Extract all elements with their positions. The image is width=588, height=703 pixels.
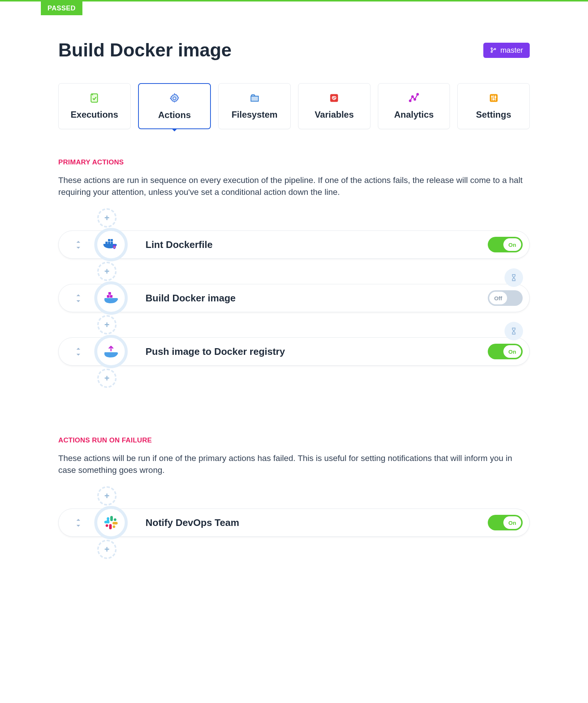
svg-point-33 (107, 517, 110, 520)
svg-rect-27 (112, 522, 118, 524)
svg-rect-19 (108, 242, 110, 244)
toggle-switch[interactable]: On (488, 344, 523, 359)
add-action-button[interactable]: + (97, 486, 117, 506)
add-action-button[interactable]: + (97, 540, 117, 559)
toggle-label: On (503, 345, 521, 358)
svg-point-16 (493, 98, 494, 100)
primary-section-desc: These actions are run in sequence on eve… (58, 174, 530, 198)
svg-point-7 (409, 100, 411, 102)
settings-icon (461, 92, 526, 104)
svg-rect-22 (111, 239, 113, 241)
add-action-button[interactable]: + (97, 262, 117, 281)
add-action-button[interactable]: + (97, 369, 117, 388)
wait-icon (504, 268, 523, 287)
plus-icon: + (104, 491, 110, 501)
docker-push-icon (94, 335, 128, 368)
svg-rect-26 (110, 516, 113, 521)
svg-point-15 (491, 96, 493, 98)
svg-point-2 (494, 48, 496, 50)
toggle-label: On (503, 516, 521, 529)
svg-point-10 (417, 94, 419, 95)
wait-icon (504, 322, 523, 340)
svg-point-30 (114, 519, 117, 521)
action-row[interactable]: Notify DevOps Team On (58, 509, 530, 537)
branch-button[interactable]: master (483, 43, 530, 58)
tab-executions[interactable]: Executions (58, 83, 131, 129)
branch-label: master (500, 46, 523, 55)
toggle-label: Off (489, 292, 507, 304)
plus-icon: + (104, 320, 110, 330)
primary-actions-list: + (58, 208, 530, 388)
tab-filesystem[interactable]: Filesystem (218, 83, 291, 129)
branch-icon (490, 47, 497, 53)
svg-rect-28 (109, 524, 112, 529)
tab-variables[interactable]: $ Variables (298, 83, 370, 129)
action-row[interactable]: Build Docker image Off (58, 284, 530, 312)
tab-settings[interactable]: Settings (457, 83, 530, 129)
executions-icon (62, 92, 127, 104)
page-title: Build Docker image (58, 39, 232, 61)
svg-point-8 (412, 96, 414, 98)
svg-rect-24 (110, 295, 112, 298)
svg-rect-25 (108, 292, 111, 295)
toggle-switch[interactable]: On (488, 237, 523, 252)
add-action-button[interactable]: + (97, 315, 117, 334)
svg-rect-18 (105, 242, 108, 244)
plus-icon: + (104, 373, 110, 383)
svg-point-17 (494, 96, 496, 98)
status-top-bar (0, 0, 588, 1)
action-row[interactable]: Push image to Docker registry On (58, 337, 530, 366)
drag-handle[interactable] (74, 294, 83, 302)
svg-point-4 (173, 97, 176, 100)
svg-point-1 (491, 51, 493, 53)
action-name: Notify DevOps Team (146, 517, 488, 529)
slack-icon (94, 506, 128, 539)
docker-build-icon (94, 281, 128, 315)
tabs: Executions Actions Filesystem (58, 83, 530, 129)
status-badge: PASSED (41, 1, 82, 15)
svg-text:$: $ (333, 95, 336, 101)
drag-handle[interactable] (74, 241, 83, 249)
svg-rect-3 (91, 94, 98, 102)
failure-section-desc: These actions will be run if one of the … (58, 452, 530, 476)
tab-label: Variables (302, 109, 366, 120)
action-row[interactable]: Lint Dockerfile On (58, 230, 530, 259)
svg-point-32 (106, 524, 108, 527)
plus-icon: + (104, 213, 110, 223)
svg-point-31 (113, 526, 115, 528)
variables-icon: $ (302, 92, 366, 104)
actions-icon (143, 93, 207, 104)
tab-label: Analytics (382, 109, 446, 120)
docker-lint-icon (94, 228, 128, 261)
svg-point-0 (491, 48, 493, 49)
failure-section-title: ACTIONS RUN ON FAILURE (58, 436, 530, 444)
toggle-switch[interactable]: On (488, 515, 523, 530)
tab-label: Actions (143, 110, 207, 120)
tab-label: Settings (461, 109, 526, 120)
tab-analytics[interactable]: Analytics (378, 83, 450, 129)
toggle-label: On (503, 238, 521, 251)
plus-icon: + (104, 544, 110, 555)
failure-actions-list: + (58, 486, 530, 559)
toggle-switch[interactable]: Off (488, 290, 523, 306)
drag-handle[interactable] (74, 519, 83, 527)
tab-actions[interactable]: Actions (138, 83, 211, 129)
svg-point-9 (414, 99, 416, 101)
plus-icon: + (104, 266, 110, 277)
primary-section-title: PRIMARY ACTIONS (58, 158, 530, 166)
svg-rect-20 (111, 242, 113, 244)
filesystem-icon (222, 92, 287, 104)
analytics-icon (382, 92, 446, 104)
tab-label: Executions (62, 109, 127, 120)
action-name: Push image to Docker registry (146, 346, 488, 357)
tab-label: Filesystem (222, 109, 287, 120)
action-name: Build Docker image (146, 292, 488, 304)
svg-rect-23 (107, 295, 110, 298)
add-action-button[interactable]: + (97, 208, 117, 228)
drag-handle[interactable] (74, 348, 83, 356)
action-name: Lint Dockerfile (146, 239, 488, 251)
svg-rect-21 (108, 239, 110, 241)
